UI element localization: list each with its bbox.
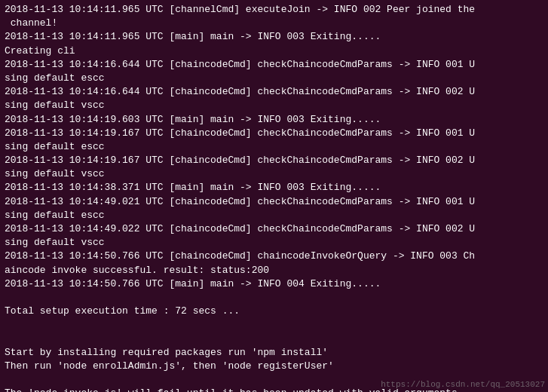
- terminal-output: 2018-11-13 10:14:11.965 UTC [channelCmd]…: [0, 0, 548, 392]
- watermark: https://blog.csdn.net/qq_20513027: [381, 380, 545, 389]
